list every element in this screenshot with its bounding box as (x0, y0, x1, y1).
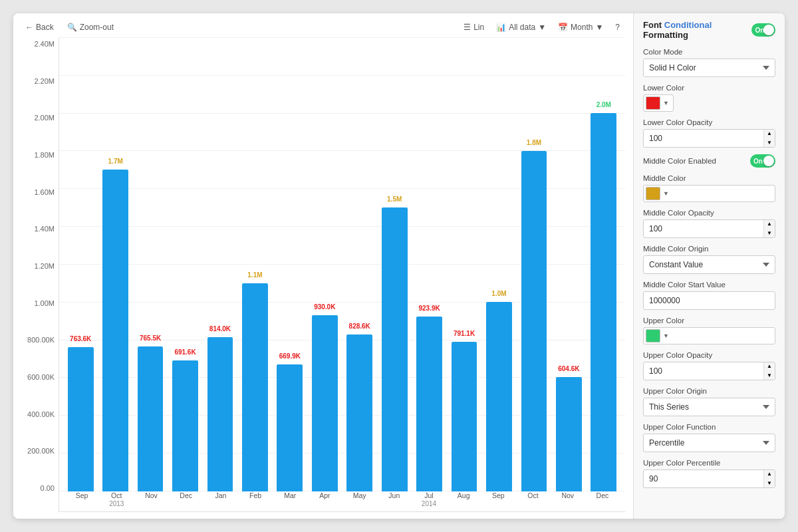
x-month-label: Mar (284, 491, 296, 500)
chart-panel: ← Back 🔍 Zoom-out ☰ Lin 📊 All data ▼ (13, 13, 633, 519)
x-month-label: Sep (492, 491, 505, 500)
x-month-label: Nov (145, 491, 158, 500)
bar-group[interactable]: 763.6K (65, 37, 96, 491)
bar-chart-icon: 📊 (496, 23, 506, 32)
bar-value-label: 828.6K (349, 323, 370, 330)
bar[interactable]: 1.8M (521, 151, 547, 491)
upper-percentile-up[interactable]: ▲ (764, 469, 775, 479)
bar[interactable]: 1.5M (382, 207, 408, 491)
bar-group[interactable]: 691.6K (169, 37, 201, 491)
x-month-label: Jan (215, 491, 226, 500)
chart-toolbar: ← Back 🔍 Zoom-out ☰ Lin 📊 All data ▼ (20, 21, 625, 33)
middle-toggle-knob (763, 156, 774, 166)
bar[interactable]: 691.6K (172, 360, 198, 491)
bar[interactable]: 1.0M (486, 302, 512, 491)
bar-group[interactable]: 1.1M (239, 37, 271, 491)
toggle-knob (763, 25, 774, 35)
bar[interactable]: 604.6K (556, 377, 582, 491)
bar-value-label: 763.6K (70, 335, 91, 342)
lower-opacity-label: Lower Color Opacity (643, 118, 775, 126)
y-label-2: 2.00M (34, 114, 55, 122)
upper-function-label: Upper Color Function (643, 423, 775, 431)
x-month-label: Oct (527, 491, 538, 500)
bar-value-label: 669.9K (279, 352, 301, 360)
upper-opacity-input-row: ▲ ▼ (643, 362, 775, 380)
middle-origin-select[interactable]: Constant Value This Series Other Series (643, 255, 775, 274)
middle-color-toggle[interactable]: On (750, 154, 775, 168)
upper-function-select[interactable]: Percentile Max Min Average (643, 434, 775, 452)
lower-color-picker[interactable]: ▼ (643, 94, 674, 112)
bar-group[interactable]: 669.9K (274, 37, 306, 491)
y-label-7: 1.00M (34, 299, 55, 307)
middle-opacity-input[interactable] (644, 224, 763, 233)
bar[interactable]: 1.1M (242, 283, 268, 491)
panel-header: Font Conditional Formatting On (643, 20, 775, 40)
x-month-label: Aug (458, 491, 470, 500)
bar[interactable]: 791.1K (452, 342, 477, 491)
bar-group[interactable]: 604.6K (553, 37, 585, 491)
upper-percentile-input[interactable] (644, 474, 763, 483)
bar[interactable]: 669.9K (277, 364, 303, 491)
chevron-icon: ▼ (538, 23, 546, 32)
bar-value-label: 814.0K (209, 325, 231, 332)
x-label-group: Aug (446, 491, 481, 500)
bar-group[interactable]: 765.5K (134, 37, 166, 491)
lower-opacity-input[interactable] (644, 134, 763, 143)
font-conditional-toggle[interactable]: On (751, 23, 775, 37)
color-mode-select[interactable]: Solid Color Solid H Color Gradient Gradi… (643, 59, 775, 77)
upper-percentile-down[interactable]: ▼ (764, 479, 775, 488)
panel-title: Font Conditional Formatting (643, 20, 751, 40)
bar[interactable]: 828.6K (346, 334, 372, 491)
settings-panel: Font Conditional Formatting On Color Mod… (633, 13, 785, 519)
y-label-8: 800.00K (27, 336, 55, 344)
y-label-0: 2.40M (34, 40, 55, 48)
bar-group[interactable]: 828.6K (344, 37, 376, 491)
bar[interactable]: 814.0K (207, 337, 233, 491)
upper-color-label: Upper Color (643, 317, 775, 325)
y-label-12: 0.00 (41, 484, 55, 492)
bar[interactable]: 765.5K (138, 346, 164, 491)
bar-value-label: 1.5M (387, 196, 402, 203)
bar-group[interactable]: 930.0K (309, 37, 340, 491)
upper-origin-select[interactable]: This Series Constant Value Other Series (643, 398, 775, 416)
x-label-group: Nov (134, 491, 168, 500)
middle-opacity-up[interactable]: ▲ (764, 219, 775, 229)
upper-percentile-group: Upper Color Percentile ▲ ▼ (643, 459, 775, 488)
bar-value-label: 691.6K (174, 348, 196, 356)
bar-group[interactable]: 923.9K (413, 37, 445, 491)
bar-group[interactable]: 1.5M (378, 37, 410, 491)
calendar-icon: 📅 (558, 23, 568, 32)
bar-group[interactable]: 1.7M (99, 37, 131, 491)
help-button[interactable]: ? (612, 21, 622, 33)
lin-button[interactable]: ☰ Lin (461, 21, 487, 33)
bar-group[interactable]: 1.8M (518, 37, 550, 491)
upper-opacity-spinners: ▲ ▼ (763, 362, 775, 380)
bar-group[interactable]: 814.0K (204, 37, 236, 491)
upper-percentile-input-row: ▲ ▼ (643, 469, 775, 488)
lower-opacity-down[interactable]: ▼ (764, 138, 775, 148)
upper-color-picker[interactable]: ▼ (643, 327, 775, 344)
zoom-out-button[interactable]: 🔍 Zoom-out (65, 21, 116, 33)
bar[interactable]: 2.0M (591, 113, 616, 491)
bar-value-label: 930.0K (314, 303, 335, 311)
upper-percentile-spinners: ▲ ▼ (763, 469, 775, 488)
middle-opacity-down[interactable]: ▼ (764, 229, 775, 238)
bar-group[interactable]: 1.0M (483, 37, 515, 491)
upper-opacity-input[interactable] (644, 366, 763, 376)
bar[interactable]: 763.6K (68, 347, 94, 491)
bar[interactable]: 930.0K (312, 315, 338, 491)
all-data-button[interactable]: 📊 All data ▼ (493, 21, 549, 33)
back-button[interactable]: ← Back (23, 21, 57, 33)
bar-group[interactable]: 2.0M (588, 37, 620, 491)
month-button[interactable]: 📅 Month ▼ (555, 21, 606, 33)
bar-group[interactable]: 791.1K (448, 37, 480, 491)
lower-opacity-up[interactable]: ▲ (764, 129, 775, 138)
bar[interactable]: 1.7M (102, 170, 128, 491)
middle-color-picker[interactable]: ▼ (643, 185, 775, 202)
upper-opacity-up[interactable]: ▲ (764, 362, 775, 371)
upper-opacity-down[interactable]: ▼ (764, 371, 775, 380)
bar[interactable]: 923.9K (416, 317, 442, 491)
middle-start-input[interactable] (643, 291, 775, 310)
x-label-group: Sep (481, 491, 515, 500)
x-label-group: Jul2014 (412, 491, 446, 507)
